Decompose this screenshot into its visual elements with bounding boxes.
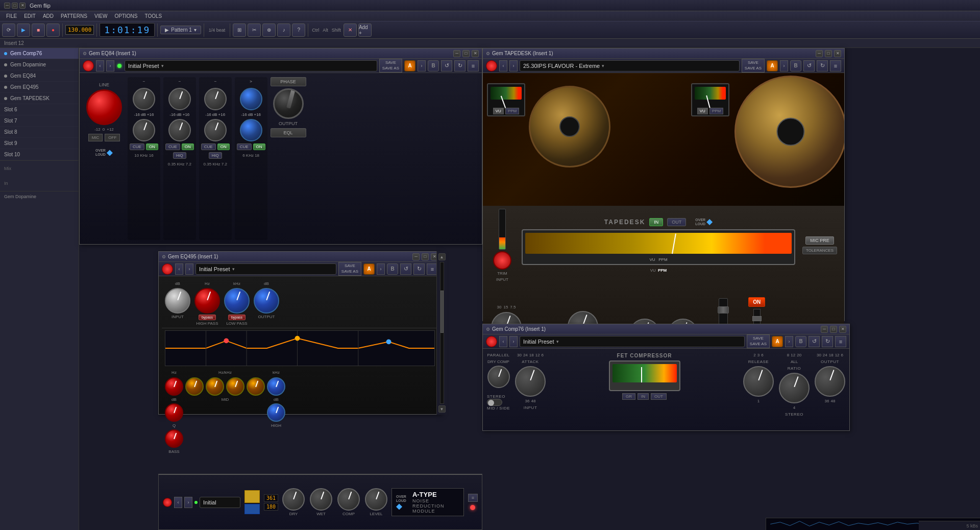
eq84-eql-btn[interactable]: EQL bbox=[271, 128, 306, 137]
eq84-maximize[interactable]: □ bbox=[462, 50, 470, 57]
nr-dry-knob[interactable] bbox=[282, 488, 305, 511]
eq495-ab-b[interactable]: B bbox=[387, 263, 398, 275]
eq84-undo[interactable]: ↺ bbox=[441, 60, 452, 71]
band2-gain-knob[interactable] bbox=[168, 119, 191, 141]
eq84-menu[interactable]: ≡ bbox=[468, 60, 479, 71]
tapedesk-ab-a[interactable]: A bbox=[767, 60, 778, 71]
eq84-ab-arrow[interactable]: › bbox=[418, 60, 426, 71]
ppm-btn-r[interactable]: PPM bbox=[709, 108, 723, 114]
maximize-btn[interactable]: □ bbox=[12, 3, 18, 9]
comp76-redo[interactable]: ↻ bbox=[822, 336, 833, 347]
menu-patterns[interactable]: PATTERNS bbox=[58, 12, 90, 20]
menu-view[interactable]: VIEW bbox=[91, 12, 111, 20]
pattern-button[interactable]: ▶ Pattern 1 ▾ bbox=[160, 26, 201, 34]
eq-dot-1[interactable] bbox=[224, 339, 229, 344]
sidebar-item-eq84[interactable]: Gem EQ84 bbox=[0, 70, 79, 82]
comp76-power-btn[interactable] bbox=[486, 336, 497, 347]
bass-q-knob[interactable] bbox=[165, 429, 183, 448]
eq84-nav-left[interactable]: ‹ bbox=[96, 60, 104, 71]
eq84-preset-name[interactable]: Initial Preset ▾ bbox=[125, 60, 377, 71]
output-knob[interactable] bbox=[815, 366, 845, 397]
nr-menu-btn[interactable]: ≡ bbox=[468, 494, 478, 502]
eq495-nav-left[interactable]: ‹ bbox=[175, 263, 183, 275]
band2-cue-btn[interactable]: CUE bbox=[165, 143, 180, 150]
tapedesk-menu[interactable]: ≡ bbox=[830, 60, 841, 71]
tapedesk-redo[interactable]: ↻ bbox=[817, 60, 828, 71]
vu-btn[interactable]: VU bbox=[493, 108, 504, 114]
sidebar-item-slot6[interactable]: Slot 6 bbox=[0, 104, 79, 115]
sidebar-item-slot8[interactable]: Slot 8 bbox=[0, 127, 79, 138]
eq495-output-knob[interactable] bbox=[254, 288, 279, 314]
close-btn[interactable]: ✕ bbox=[19, 3, 26, 9]
sidebar-item-eq495[interactable]: Gem EQ495 bbox=[0, 82, 79, 93]
nr-wet-knob[interactable] bbox=[310, 488, 332, 511]
band4-cue-btn[interactable]: CUE bbox=[237, 143, 252, 150]
sidebar-item-tapedesk[interactable]: Gem TAPEDESK bbox=[0, 93, 79, 104]
in-btn[interactable]: IN bbox=[638, 393, 649, 400]
tapedesk-ab-b[interactable]: B bbox=[790, 60, 801, 71]
sidebar-item-slot10[interactable]: Slot 10 bbox=[0, 149, 79, 160]
vu-btn-r[interactable]: VU bbox=[697, 108, 708, 114]
nr-comp-knob[interactable] bbox=[337, 488, 360, 511]
band4-gain-knob[interactable] bbox=[240, 119, 262, 141]
attack-knob[interactable] bbox=[515, 366, 546, 397]
band3-hiq-btn[interactable]: HiQ bbox=[209, 152, 222, 159]
nr-power-btn[interactable] bbox=[163, 498, 172, 507]
band2-on-btn[interactable]: ON bbox=[182, 143, 194, 150]
band1-cue-btn[interactable]: CUE bbox=[130, 143, 144, 150]
bass-gain-knob[interactable] bbox=[165, 403, 183, 422]
comp76-ab-arrow[interactable]: › bbox=[785, 336, 793, 347]
comp76-minimize[interactable]: ─ bbox=[821, 326, 828, 333]
band2-freq-knob[interactable] bbox=[168, 88, 191, 110]
comp76-maximize[interactable]: □ bbox=[830, 326, 837, 333]
comp76-close[interactable]: ✕ bbox=[839, 326, 846, 333]
comp76-preset-name[interactable]: Initial Preset ▾ bbox=[520, 336, 745, 347]
comp76-ab-b[interactable]: B bbox=[795, 336, 806, 347]
menu-file[interactable]: FILE bbox=[3, 12, 20, 20]
eq495-maximize[interactable]: □ bbox=[422, 253, 429, 260]
tapedesk-power-btn[interactable] bbox=[486, 60, 497, 71]
toolbar-add-btn[interactable]: Add + bbox=[358, 23, 372, 37]
nr-level-knob[interactable] bbox=[365, 488, 387, 511]
play-btn[interactable]: ▶ bbox=[17, 23, 30, 37]
toolbar-x-btn[interactable]: ✕ bbox=[344, 23, 357, 37]
comp76-titlebar[interactable]: ⚙ Gem Comp76 (Insert 1) ─ □ ✕ bbox=[483, 324, 849, 334]
nr-nav-left[interactable]: ‹ bbox=[174, 497, 182, 508]
band3-cue-btn[interactable]: CUE bbox=[201, 143, 216, 150]
toolbar-extra-1[interactable]: ⊞ bbox=[233, 23, 246, 37]
eq-dot-2[interactable] bbox=[295, 336, 300, 341]
bass-freq-knob[interactable] bbox=[165, 377, 183, 396]
tapedesk-on-btn[interactable]: ON bbox=[748, 297, 765, 307]
eq495-ab-arrow[interactable]: › bbox=[377, 263, 385, 275]
band4-freq-knob[interactable] bbox=[240, 88, 262, 110]
eq495-power-btn[interactable] bbox=[162, 263, 173, 275]
band3-on-btn[interactable]: ON bbox=[217, 143, 230, 150]
toolbar-extra-3[interactable]: ⊕ bbox=[262, 23, 276, 37]
menu-edit[interactable]: EDIT bbox=[21, 12, 39, 20]
eq495-save-btn[interactable]: SAVESAVE AS bbox=[338, 262, 361, 276]
release-knob[interactable] bbox=[743, 366, 774, 397]
toolbar-extra-5[interactable]: ? bbox=[292, 23, 305, 37]
mid3-knob[interactable] bbox=[226, 377, 244, 396]
playback-fader-handle[interactable] bbox=[718, 306, 729, 314]
mid1-knob[interactable] bbox=[185, 377, 204, 396]
sidebar-item-slot7[interactable]: Slot 7 bbox=[0, 115, 79, 127]
tapedesk-out-btn[interactable]: OUT bbox=[667, 218, 686, 226]
eq84-minimize[interactable]: ─ bbox=[453, 50, 460, 57]
mid4-knob[interactable] bbox=[247, 377, 265, 396]
tolerances-btn[interactable]: TOLERANCES bbox=[802, 247, 837, 254]
eq495-hp-bypass[interactable]: bypass bbox=[199, 315, 216, 320]
band3-gain-knob[interactable] bbox=[204, 119, 227, 141]
eq495-nav-right[interactable]: › bbox=[185, 263, 193, 275]
window-controls[interactable]: ─ □ ✕ bbox=[4, 3, 26, 9]
band1-freq-knob[interactable] bbox=[133, 88, 155, 110]
band3-freq-knob[interactable] bbox=[204, 88, 227, 110]
tapedesk-in-btn[interactable]: IN bbox=[649, 218, 663, 226]
tapedesk-close[interactable]: ✕ bbox=[834, 50, 841, 57]
band1-on-btn[interactable]: ON bbox=[146, 143, 158, 150]
band2-hiq-btn[interactable]: HiQ bbox=[173, 152, 186, 159]
sidebar-item-dopamine[interactable]: Gem Dopamine bbox=[0, 59, 79, 70]
tapedesk-minimize[interactable]: ─ bbox=[816, 50, 823, 57]
toolbar-extra-2[interactable]: ✂ bbox=[248, 23, 261, 37]
tapedesk-preset-name[interactable]: 25.30IPS FLAVOUR - Extreme ▾ bbox=[520, 60, 740, 71]
